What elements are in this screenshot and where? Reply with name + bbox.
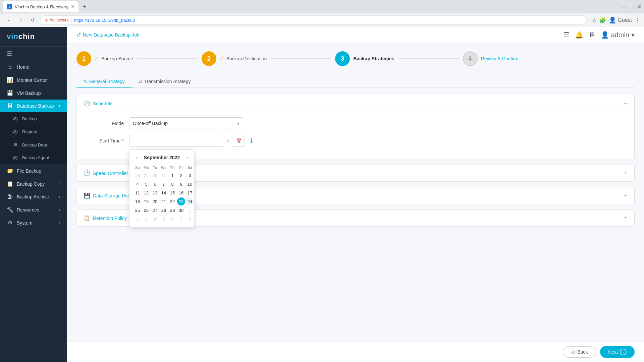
maximize-button[interactable]: ⬜ [629,4,635,9]
cal-day-9[interactable]: 9 [177,180,185,188]
tab-close-button[interactable]: × [71,4,74,10]
cal-day-17[interactable]: 17 [186,189,194,197]
schedule-icon: 🕐 [84,100,90,107]
sidebar-item-monitor[interactable]: 📊 Monitor Center › [0,73,67,86]
cal-day-8[interactable]: 8 [168,180,176,188]
cal-day-30[interactable]: 30 [177,206,185,214]
sidebar-item-backup-agent[interactable]: ◎ Backup Agent [0,151,67,164]
user-profile[interactable]: 👤 Guest [609,16,632,24]
sidebar-item-backup-copy[interactable]: 📋 Backup Copy › [0,177,67,190]
schedule-section-body: Mode Once-off Backup ▾ Start Time * [77,112,634,159]
cal-day-28-prev[interactable]: 28 [133,171,142,179]
cal-header-fr: Fr [177,165,185,171]
cal-day-3[interactable]: 3 [186,171,194,179]
cal-day-15[interactable]: 15 [168,189,176,197]
extensions-icon[interactable]: 🧩 [599,17,606,23]
step-label-3: Backup Strategies [353,56,394,61]
cal-day-13[interactable]: 13 [151,189,159,197]
cal-day-3-next[interactable]: 3 [142,215,150,223]
cal-day-20[interactable]: 20 [151,197,159,205]
cal-day-5[interactable]: 5 [142,180,150,188]
cal-day-14[interactable]: 14 [160,189,168,197]
cal-day-11[interactable]: 11 [133,189,142,197]
cal-day-2-next[interactable]: 2 [133,215,142,223]
cal-day-24[interactable]: 24 [186,197,194,205]
cal-day-1-next[interactable]: 1 [186,206,194,214]
start-time-input[interactable] [129,135,223,147]
cal-day-8-next[interactable]: 8 [186,215,194,223]
cal-day-4[interactable]: 4 [133,180,142,188]
sidebar-label-restore: Restore [22,129,38,134]
cal-header-su: Su [133,165,142,171]
admin-badge[interactable]: 👤 admin ▾ [601,31,635,39]
sidebar-item-db-backup[interactable]: 🗄 Database Backup ▾ [0,100,67,112]
sidebar-item-home[interactable]: ⌂ Home [0,61,67,73]
cal-day-31-prev[interactable]: 31 [160,171,168,179]
data-storage-expand-button[interactable]: + [624,192,628,199]
cal-day-6-next[interactable]: 6 [168,215,176,223]
sidebar-item-backup-data[interactable]: ≡ Backup Data [0,138,67,151]
cal-day-25[interactable]: 25 [133,206,142,214]
next-button[interactable]: Next › [600,346,635,358]
cal-day-4-next[interactable]: 4 [151,215,159,223]
cal-day-23[interactable]: 23 [177,197,185,205]
sidebar-item-vm-backup[interactable]: 💾 VM Backup › [0,86,67,100]
cal-day-27[interactable]: 27 [151,206,159,214]
calendar-next-button[interactable]: › [184,154,190,161]
more-options-icon[interactable]: ⋮ [635,17,640,23]
sidebar-item-file-backup[interactable]: 📁 File Backup [0,164,67,177]
schedule-section-header[interactable]: 🕐 Schedule − [77,95,634,112]
start-time-info-icon[interactable]: ℹ [250,137,253,144]
address-bar[interactable]: ⚠ Not secure | https://172.18.15.1/?db_b… [40,15,587,25]
browser-controls: ‹ › ↺ ⚠ Not secure | https://172.18.15.1… [0,13,644,27]
cal-day-22[interactable]: 22 [168,197,176,205]
cal-day-7-next[interactable]: 7 [177,215,185,223]
bell-icon[interactable]: 🔔 [575,31,583,39]
cal-day-12[interactable]: 12 [142,189,150,197]
cal-day-30-prev[interactable]: 30 [151,171,159,179]
screen-icon[interactable]: 🖥 [589,31,595,39]
back-button[interactable]: ◎ Back [563,346,596,358]
mode-select[interactable]: Once-off Backup ▾ [129,117,243,129]
sidebar-item-system[interactable]: ⚙ System › [0,216,67,229]
tab-general-strategy[interactable]: ✎ General Strategy [76,75,131,88]
menu-icon[interactable]: ☰ [564,31,570,39]
cal-day-26[interactable]: 26 [142,206,150,214]
date-picker-button[interactable]: 📅 [233,135,245,147]
cal-day-16[interactable]: 16 [177,189,185,197]
forward-nav-button[interactable]: › [16,15,25,25]
speed-expand-button[interactable]: + [624,170,628,177]
cal-day-1[interactable]: 1 [168,171,176,179]
sidebar-toggle[interactable]: ☰ [0,47,67,61]
browser-tab[interactable]: V Vinchin Backup & Recovery × [3,1,78,12]
new-tab-button[interactable]: + [80,2,89,11]
cal-day-5-next[interactable]: 5 [160,215,168,223]
cal-day-2[interactable]: 2 [177,171,185,179]
date-clear-button[interactable]: × [224,138,231,144]
minimize-button[interactable]: — [622,4,626,9]
cal-day-21[interactable]: 21 [160,197,168,205]
cal-day-6[interactable]: 6 [151,180,159,188]
resources-icon: 🔧 [7,206,13,213]
data-storage-icon: 💾 [84,192,90,199]
cal-day-28[interactable]: 28 [160,206,168,214]
retention-expand-button[interactable]: + [624,215,628,222]
cal-day-10[interactable]: 10 [186,180,194,188]
schedule-collapse-button[interactable]: − [624,100,628,107]
sidebar-item-backup-archive[interactable]: 🗜 Backup Archive › [0,190,67,203]
bookmarks-icon[interactable]: ☆ [592,17,597,23]
sidebar-item-backup[interactable]: ◎ Backup [0,112,67,125]
cal-day-18[interactable]: 18 [133,197,142,205]
sidebar-item-resources[interactable]: 🔧 Resources › [0,203,67,216]
back-nav-button[interactable]: ‹ [4,15,13,25]
calendar-prev-button[interactable]: ‹ [133,154,139,161]
close-window-button[interactable]: ✕ [637,4,641,9]
sidebar-item-restore[interactable]: ◎ Restore [0,125,67,138]
cal-day-29-prev[interactable]: 29 [142,171,150,179]
calendar-header: ‹ September 2022 › [133,154,190,161]
cal-day-7[interactable]: 7 [160,180,168,188]
reload-button[interactable]: ↺ [28,15,38,25]
cal-day-19[interactable]: 19 [142,197,150,205]
cal-day-29[interactable]: 29 [168,206,176,214]
tab-transmission-strategy[interactable]: ⇄ Transmission Strategy [131,75,198,88]
